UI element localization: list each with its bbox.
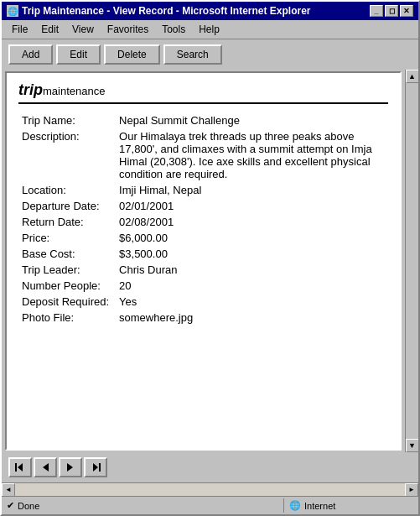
menu-edit[interactable]: Edit [34,22,65,37]
record-label: Return Date: [18,214,116,230]
edit-button[interactable]: Edit [56,44,101,65]
title-bar-left: 🌐 Trip Maintenance - View Record - Micro… [7,5,311,17]
record-label: Departure Date: [18,198,116,214]
nav-prev-icon [39,461,51,473]
record-row: Base Cost:$3,500.00 [18,246,388,262]
record-value: 02/08/2001 [116,214,388,230]
nav-last-button[interactable] [84,457,107,477]
svg-marker-3 [67,463,73,472]
status-done-icon: ✔ [7,500,14,511]
record-label: Photo File: [18,310,116,326]
record-row: Description:Our Himalaya trek threads up… [18,128,388,182]
record-value: Our Himalaya trek threads up three peaks… [116,128,388,182]
svg-rect-4 [99,463,101,472]
record-label: Description: [18,128,116,182]
nav-next-button[interactable] [59,457,82,477]
window-title: Trip Maintenance - View Record - Microso… [22,5,311,17]
page-title: trip maintenance [18,81,388,104]
menu-bar: File Edit View Favorites Tools Help [2,20,418,39]
record-value: Nepal Summit Challenge [116,112,388,128]
record-label: Trip Name: [18,112,116,128]
status-internet: 🌐 Internet [284,498,418,513]
record-value: $3,500.00 [116,246,388,262]
record-row: Number People:20 [18,278,388,294]
nav-last-icon [90,461,101,473]
menu-view[interactable]: View [65,22,101,37]
record-row: Return Date:02/08/2001 [18,214,388,230]
close-button[interactable]: ✕ [400,5,413,17]
menu-help[interactable]: Help [192,22,226,37]
nav-first-icon [14,461,26,473]
toolbar: Add Edit Delete Search [2,39,418,70]
record-row: Price:$6,000.00 [18,230,388,246]
record-label: Location: [18,182,116,198]
scroll-down-button[interactable]: ▼ [406,439,419,452]
main-window: 🌐 Trip Maintenance - View Record - Micro… [0,0,420,516]
status-done-text: Done [18,501,39,511]
add-button[interactable]: Add [8,44,53,65]
scroll-left-button[interactable]: ◄ [2,483,15,497]
record-row: Departure Date:02/01/2001 [18,198,388,214]
record-row: Deposit Required:Yes [18,294,388,310]
record-value: Chris Duran [116,262,388,278]
menu-file[interactable]: File [5,22,34,37]
svg-rect-0 [15,463,17,472]
search-button[interactable]: Search [163,44,222,65]
svg-marker-5 [93,463,98,472]
horizontal-scrollbar[interactable]: ◄ ► [2,482,418,496]
record-row: Photo File:somewhere.jpg [18,310,388,326]
minimize-button[interactable]: _ [370,5,383,17]
record-label: Number People: [18,278,116,294]
status-internet-icon: 🌐 [289,500,301,511]
nav-first-button[interactable] [8,457,32,477]
record-table: Trip Name:Nepal Summit ChallengeDescript… [18,112,388,326]
nav-prev-button[interactable] [34,457,57,477]
menu-tools[interactable]: Tools [155,22,192,37]
scroll-right-button[interactable]: ► [405,483,418,497]
status-bar: ✔ Done 🌐 Internet [2,496,418,514]
record-label: Price: [18,230,116,246]
status-internet-text: Internet [304,501,335,511]
status-done: ✔ Done [2,498,284,513]
content-area: trip maintenance Trip Name:Nepal Summit … [5,71,402,451]
menu-favorites[interactable]: Favorites [101,22,155,37]
restore-button[interactable]: ◻ [385,5,398,17]
record-value: Yes [116,294,388,310]
record-value: 20 [116,278,388,294]
delete-button[interactable]: Delete [104,44,160,65]
record-label: Base Cost: [18,246,116,262]
scroll-track-horizontal [15,483,405,497]
nav-bar [2,452,418,482]
title-bar-buttons: _ ◻ ✕ [370,5,413,17]
record-label: Trip Leader: [18,262,116,278]
main-area: trip maintenance Trip Name:Nepal Summit … [2,70,418,452]
record-value: $6,000.00 [116,230,388,246]
title-maintenance: maintenance [43,85,105,97]
title-bar: 🌐 Trip Maintenance - View Record - Micro… [2,2,418,20]
app-icon: 🌐 [7,5,18,17]
record-row: Trip Name:Nepal Summit Challenge [18,112,388,128]
record-value: Imji Himal, Nepal [116,182,388,198]
vertical-scrollbar[interactable]: ▲ ▼ [405,70,418,452]
svg-marker-1 [18,463,23,472]
nav-next-icon [65,461,76,473]
record-row: Location:Imji Himal, Nepal [18,182,388,198]
svg-marker-2 [43,463,49,472]
record-value: somewhere.jpg [116,310,388,326]
title-trip: trip [18,81,43,99]
scroll-up-button[interactable]: ▲ [406,70,419,83]
record-row: Trip Leader:Chris Duran [18,262,388,278]
record-label: Deposit Required: [18,294,116,310]
record-value: 02/01/2001 [116,198,388,214]
